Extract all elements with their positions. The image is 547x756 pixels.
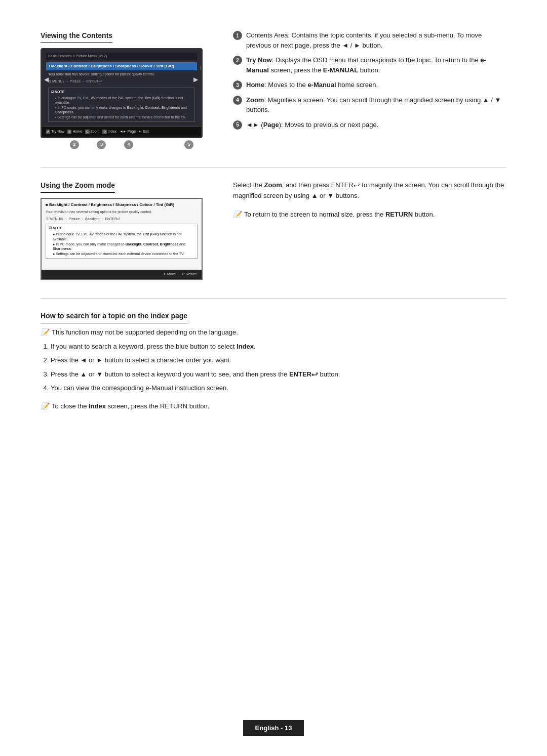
index-step-4: You can view the corresponding e-Manual … <box>51 383 506 393</box>
tv-inner: Basic Features > Picture Menu (3/17) Bac… <box>42 50 201 127</box>
zoom-note-title: ☑ NOTE <box>49 226 194 231</box>
zoom-right-text-2: To return to the screen to normal size, … <box>244 209 435 220</box>
viewing-item-2: 2 Try Now: Displays the OSD menu that co… <box>233 55 506 75</box>
zoom-tv-screen: ■ Backlight / Contrast / Brightness / Sh… <box>41 198 203 280</box>
viewing-items-list: 1 Contents Area: Contains the topic cont… <box>233 30 506 130</box>
tv-bottom-icons: A Try Now B Home C Zoom D Index ◄► Page … <box>46 129 149 135</box>
index-section: How to search for a topic on the index p… <box>41 311 506 411</box>
tv-note-section: ☑ NOTE • In analogue TV, Ext., AV modes … <box>48 88 195 122</box>
note-icon: 📝 <box>233 209 241 220</box>
index-closing-text: To close the Index screen, press the RET… <box>52 401 209 411</box>
item-3-text: Home: Moves to the e-Manual home screen. <box>246 80 378 90</box>
zoom-icon: C Zoom <box>85 129 99 135</box>
item-1-text: Contents Area: Contains the topic conten… <box>246 30 506 50</box>
section-separator-2 <box>41 298 506 299</box>
zoom-bottom-bar: ⇕ Move ↩ Return <box>42 270 202 279</box>
item-5-text: ◄► (Page): Moves to previous or next pag… <box>246 120 378 130</box>
tv-note-item-3: • Settings can be adjusted and stored fo… <box>55 115 192 119</box>
callout-5: 5 <box>184 140 193 149</box>
zoom-mode-left: Using the Zoom mode ■ Backlight / Contra… <box>41 180 213 280</box>
index-closing-note-icon: 📝 <box>41 401 49 411</box>
zoom-return-note: 📝 To return to the screen to normal size… <box>233 209 506 220</box>
zoom-note-1: ● In analogue TV, Ext., AV modes of the … <box>53 232 194 241</box>
item-4-text: Zoom: Magnifies a screen. You can scroll… <box>246 95 506 115</box>
tv-body-text: Your television has several setting opti… <box>46 72 197 77</box>
zoom-mode-section: Using the Zoom mode ■ Backlight / Contra… <box>41 180 506 280</box>
item-1-num: 1 <box>233 31 242 40</box>
zoom-mode-title: Using the Zoom mode <box>41 180 115 193</box>
tv-bottom-bar: A Try Now B Home C Zoom D Index ◄► Page … <box>42 127 201 137</box>
viewing-item-3: 3 Home: Moves to the e-Manual home scree… <box>233 80 506 90</box>
callout-3: 3 <box>97 140 106 149</box>
viewing-contents-left: Viewing the Contents Basic Features > Pi… <box>41 30 213 149</box>
index-step-list: If you want to search a keyword, press t… <box>51 342 506 393</box>
index-note-icon: 📝 <box>41 327 49 338</box>
right-arrow-indicator: ▶ <box>193 75 198 84</box>
tv-menu-path: ☰ MENU⧹ → Picture → ENTER⮐ <box>46 79 197 86</box>
left-arrow-indicator: ◀ <box>44 75 49 84</box>
zoom-tv-body: Your television has several setting opti… <box>46 209 198 215</box>
tv-screen-wrapper: Basic Features > Picture Menu (3/17) Bac… <box>41 48 203 149</box>
callout-numbers-row: 2 3 4 5 <box>41 138 203 149</box>
index-step-3: Press the ▲ or ▼ button to select a keyw… <box>51 369 506 380</box>
item-4-num: 4 <box>233 96 242 105</box>
zoom-tv-inner: ■ Backlight / Contrast / Brightness / Sh… <box>42 199 202 270</box>
callout-2: 2 <box>70 140 79 149</box>
zoom-return-icon: ↩ Return <box>182 272 197 277</box>
item-5-num: 5 <box>233 120 242 130</box>
index-closing-note: 📝 To close the Index screen, press the R… <box>41 401 506 411</box>
index-note-line: 📝 This function may not be supported dep… <box>41 327 506 338</box>
viewing-item-1: 1 Contents Area: Contains the topic cont… <box>233 30 506 50</box>
page-icon: ◄► Page <box>120 129 136 135</box>
page-content: Viewing the Contents Basic Features > Pi… <box>41 30 506 411</box>
section-separator-1 <box>41 167 506 168</box>
tv-screen: Basic Features > Picture Menu (3/17) Bac… <box>41 48 203 138</box>
viewing-contents-right: 1 Contents Area: Contains the topic cont… <box>233 30 506 149</box>
zoom-note-2: ● In PC mode, you can only make changes … <box>53 242 194 251</box>
tv-breadcrumb: Basic Features > Picture Menu (3/17) <box>46 53 197 60</box>
zoom-tv-menu-title: ■ Backlight / Contrast / Brightness / Sh… <box>46 202 198 208</box>
zoom-right-text-1: Select the Zoom, and then press ENTER⮐ t… <box>233 180 506 201</box>
callout-4: 4 <box>124 140 133 149</box>
page-footer: English - 13 <box>0 720 547 736</box>
index-step-2: Press the ◄ or ► button to select a char… <box>51 355 506 365</box>
zoom-mode-right: Select the Zoom, and then press ENTER⮐ t… <box>233 180 506 280</box>
viewing-contents-section: Viewing the Contents Basic Features > Pi… <box>41 30 506 149</box>
viewing-item-4: 4 Zoom: Magnifies a screen. You can scro… <box>233 95 506 115</box>
index-section-title: How to search for a topic on the index p… <box>41 311 187 323</box>
zoom-note-section: ☑ NOTE ● In analogue TV, Ext., AV modes … <box>46 224 198 259</box>
tv-note-item-1: • In analogue TV, Ext., AV modes of the … <box>55 96 192 105</box>
index-note-text: This function may not be supported depen… <box>52 327 238 338</box>
zoom-note-3: ● Settings can be adjusted and stored fo… <box>53 251 194 256</box>
item-2-num: 2 <box>233 56 242 65</box>
index-step-1: If you want to search a keyword, press t… <box>51 342 506 352</box>
home-icon: B Home <box>67 129 82 135</box>
tv-note-item-2: • In PC mode, you can only make changes … <box>55 105 192 114</box>
exit-icon: ↵ Exit <box>139 129 149 135</box>
callout-1-badge: 1 <box>200 64 203 72</box>
index-icon: D Index <box>102 129 116 135</box>
zoom-tv-menu-path: ☰ MENU⊞ → Picture → Backlight → ENTER⏎ <box>46 217 198 222</box>
zoom-move-icon: ⇕ Move <box>163 272 176 277</box>
item-3-num: 3 <box>233 80 242 90</box>
footer-label: English - 13 <box>243 720 304 736</box>
try-now-icon: A Try Now <box>46 129 64 135</box>
tv-menu-title: Backlight / Contrast / Brightness / Shar… <box>46 62 197 70</box>
viewing-item-5: 5 ◄► (Page): Moves to previous or next p… <box>233 120 506 130</box>
item-2-text: Try Now: Displays the OSD menu that corr… <box>246 55 506 75</box>
tv-note-title: ☑ NOTE <box>51 90 192 95</box>
viewing-contents-title: Viewing the Contents <box>41 30 112 43</box>
